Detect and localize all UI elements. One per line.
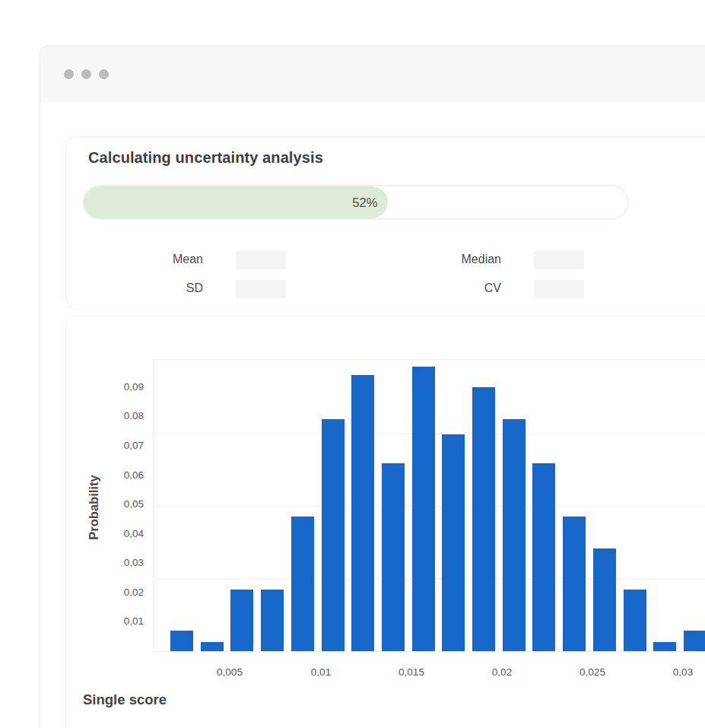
stat-label-cv: CV xyxy=(397,278,501,298)
histogram-bar xyxy=(170,631,193,651)
stat-value-median xyxy=(534,251,584,269)
progress-bar-track: 52% xyxy=(82,185,629,220)
x-tick-label: 0,015 xyxy=(399,666,424,678)
histogram-bar xyxy=(201,642,224,651)
y-tick-label: 0,04 xyxy=(124,528,144,539)
window-control-dot-icon[interactable] xyxy=(64,69,74,79)
y-axis-ticks: 0,090.080,070,060,050,040,030,020,01 xyxy=(77,359,144,650)
uncertainty-progress-card: Calculating uncertainty analysis 52% Mea… xyxy=(65,136,705,310)
histogram-bar xyxy=(563,517,586,651)
window-control-dot-icon[interactable] xyxy=(81,69,91,79)
y-tick-label: 0.08 xyxy=(124,410,144,421)
y-tick-label: 0,06 xyxy=(124,469,144,481)
y-tick-label: 0,03 xyxy=(124,557,144,568)
histogram-bar xyxy=(472,387,495,651)
window-controls xyxy=(64,69,109,79)
stat-label-median: Median xyxy=(397,250,501,269)
histogram-bar xyxy=(442,434,465,651)
histogram-bar xyxy=(261,590,284,651)
window-titlebar xyxy=(40,46,705,102)
x-tick-label: 0,02 xyxy=(492,666,512,678)
window-control-dot-icon[interactable] xyxy=(99,69,109,79)
histogram-bar xyxy=(624,590,646,651)
y-tick-label: 0,02 xyxy=(124,587,144,598)
histogram-bar xyxy=(322,419,345,651)
histogram-card: Probability 0,090.080,070,060,050,040,03… xyxy=(65,316,705,728)
x-tick-label: 0,025 xyxy=(580,666,605,678)
stat-label-mean: Mean xyxy=(100,250,203,269)
y-tick-label: 0,05 xyxy=(124,498,144,510)
stat-label-sd: SD xyxy=(100,278,203,298)
histogram-bar xyxy=(653,642,676,651)
stat-value-cv xyxy=(534,280,584,298)
histogram-bar xyxy=(230,590,253,651)
progress-percent-label: 52% xyxy=(352,196,388,210)
plot-area xyxy=(153,359,705,652)
progress-bar-fill: 52% xyxy=(84,186,388,218)
y-tick-label: 0,01 xyxy=(124,615,144,627)
progress-card-title: Calculating uncertainty analysis xyxy=(88,149,323,167)
histogram-bar xyxy=(593,548,616,651)
histogram-bar xyxy=(291,517,314,651)
app-window: Calculating uncertainty analysis 52% Mea… xyxy=(40,46,705,728)
x-tick-label: 0,03 xyxy=(673,666,693,678)
histogram-bar xyxy=(412,367,435,651)
stat-value-mean xyxy=(236,251,286,269)
y-tick-label: 0,07 xyxy=(124,440,144,451)
histogram-bar xyxy=(382,463,405,651)
x-tick-label: 0,005 xyxy=(217,666,243,678)
y-tick-label: 0,09 xyxy=(124,381,144,393)
histogram-bar xyxy=(503,419,526,651)
histogram-bar xyxy=(351,375,374,651)
x-tick-label: 0,01 xyxy=(311,666,331,678)
histogram-bar xyxy=(532,463,555,651)
stat-value-sd xyxy=(236,280,286,298)
x-axis-ticks: 0,0050,010,0150,020,0250,03 xyxy=(153,666,705,682)
chart-x-axis-label: Single score xyxy=(83,691,167,708)
histogram-bar xyxy=(684,631,705,651)
